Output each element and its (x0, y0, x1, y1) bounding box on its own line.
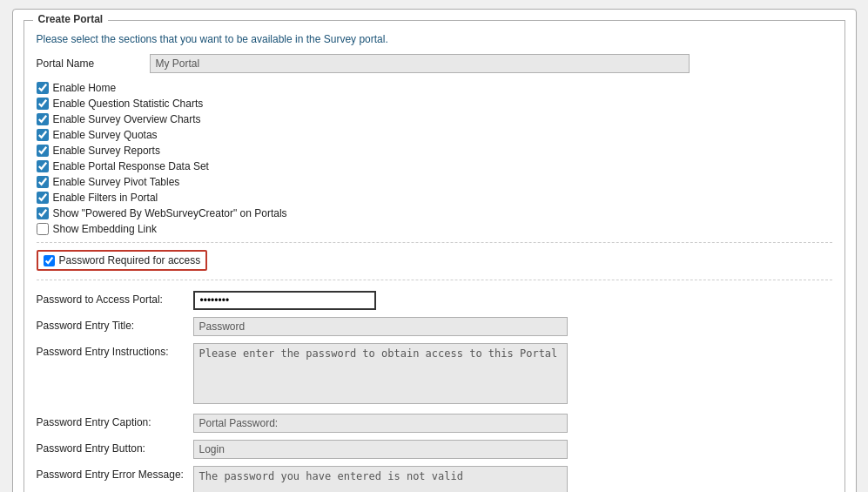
checkbox-text-chk_qsc: Enable Question Statistic Charts (53, 98, 204, 110)
checkbox-text-chk_sq: Enable Survey Quotas (53, 129, 158, 141)
checkbox-row-chk_soc: Enable Survey Overview Charts (37, 113, 832, 125)
checkbox-chk_sq[interactable] (37, 129, 49, 141)
checkbox-row-chk_fip: Enable Filters in Portal (37, 192, 832, 204)
checkbox-chk_sel[interactable] (37, 223, 49, 235)
field-label-pwd_entry_title: Password Entry Title: (37, 317, 193, 332)
checkboxes-container: Enable HomeEnable Question Statistic Cha… (37, 82, 832, 235)
field-row-pwd_entry_caption: Password Entry Caption: (37, 414, 832, 433)
section-description: Please select the sections that you want… (37, 33, 832, 45)
field-textarea-pwd_entry_instructions[interactable] (193, 343, 568, 404)
checkbox-label-chk_sel[interactable]: Show Embedding Link (37, 223, 157, 235)
password-required-label[interactable]: Password Required for access (44, 254, 201, 266)
field-label-pwd_entry_instructions: Password Entry Instructions: (37, 343, 193, 358)
field-label-pwd_access: Password to Access Portal: (37, 291, 193, 306)
checkbox-text-chk_soc: Enable Survey Overview Charts (53, 113, 201, 125)
checkbox-chk_spt[interactable] (37, 176, 49, 188)
fieldset-legend: Create Portal (33, 13, 109, 25)
checkbox-label-chk_pwsc[interactable]: Show "Powered By WebSurveyCreator" on Po… (37, 207, 287, 219)
checkbox-label-chk_soc[interactable]: Enable Survey Overview Charts (37, 113, 201, 125)
checkbox-text-chk_sr: Enable Survey Reports (53, 145, 160, 157)
checkbox-text-chk_pwsc: Show "Powered By WebSurveyCreator" on Po… (53, 207, 287, 219)
checkbox-row-chk_spt: Enable Survey Pivot Tables (37, 176, 832, 188)
checkbox-row-chk_pwsc: Show "Powered By WebSurveyCreator" on Po… (37, 207, 832, 219)
checkbox-label-chk_sr[interactable]: Enable Survey Reports (37, 145, 160, 157)
field-textarea-pwd_entry_error[interactable] (193, 466, 568, 492)
portal-name-input[interactable] (150, 54, 690, 73)
portal-name-row: Portal Name (37, 54, 832, 73)
field-label-pwd_entry_caption: Password Entry Caption: (37, 414, 193, 428)
field-input-pwd_entry_button[interactable] (193, 440, 568, 459)
checkbox-chk_fip[interactable] (37, 192, 49, 204)
checkbox-text-chk_spt: Enable Survey Pivot Tables (53, 176, 180, 188)
checkbox-label-chk_home[interactable]: Enable Home (37, 82, 117, 94)
checkbox-chk_home[interactable] (37, 82, 49, 94)
checkbox-row-chk_sel: Show Embedding Link (37, 223, 832, 235)
field-row-pwd_access: Password to Access Portal: (37, 291, 832, 310)
checkbox-label-chk_spt[interactable]: Enable Survey Pivot Tables (37, 176, 180, 188)
checkbox-chk_soc[interactable] (37, 113, 49, 125)
checkbox-text-chk_prd: Enable Portal Response Data Set (53, 160, 209, 172)
checkbox-text-chk_fip: Enable Filters in Portal (53, 192, 158, 204)
checkbox-label-chk_prd[interactable]: Enable Portal Response Data Set (37, 160, 209, 172)
field-input-pwd_access[interactable] (193, 291, 376, 310)
create-portal-fieldset: Create Portal Please select the sections… (24, 20, 845, 492)
checkbox-row-chk_sq: Enable Survey Quotas (37, 129, 832, 141)
checkbox-chk_sr[interactable] (37, 145, 49, 157)
field-input-pwd_entry_caption[interactable] (193, 414, 568, 433)
password-required-checkbox[interactable] (44, 255, 55, 266)
checkbox-text-chk_home: Enable Home (53, 82, 117, 94)
field-label-pwd_entry_error: Password Entry Error Message: (37, 466, 193, 481)
checkbox-row-chk_qsc: Enable Question Statistic Charts (37, 98, 832, 110)
field-row-pwd_entry_title: Password Entry Title: (37, 317, 832, 336)
checkbox-label-chk_sq[interactable]: Enable Survey Quotas (37, 129, 158, 141)
main-container: Create Portal Please select the sections… (12, 9, 857, 492)
checkbox-row-chk_home: Enable Home (37, 82, 832, 94)
field-row-pwd_entry_button: Password Entry Button: (37, 440, 832, 459)
checkbox-label-chk_qsc[interactable]: Enable Question Statistic Charts (37, 98, 204, 110)
portal-name-label: Portal Name (37, 57, 150, 70)
field-row-pwd_entry_instructions: Password Entry Instructions: (37, 343, 832, 407)
checkbox-row-chk_sr: Enable Survey Reports (37, 145, 832, 157)
checkbox-chk_qsc[interactable] (37, 98, 49, 110)
password-required-row: Password Required for access (37, 250, 208, 271)
fields-section: Password to Access Portal:Password Entry… (37, 280, 832, 492)
checkbox-label-chk_fip[interactable]: Enable Filters in Portal (37, 192, 158, 204)
field-row-pwd_entry_error: Password Entry Error Message: (37, 466, 832, 492)
field-input-pwd_entry_title[interactable] (193, 317, 568, 336)
checkbox-text-chk_sel: Show Embedding Link (53, 223, 157, 235)
field-label-pwd_entry_button: Password Entry Button: (37, 440, 193, 455)
checkbox-chk_pwsc[interactable] (37, 207, 49, 219)
checkbox-row-chk_prd: Enable Portal Response Data Set (37, 160, 832, 172)
checkbox-chk_prd[interactable] (37, 160, 49, 172)
